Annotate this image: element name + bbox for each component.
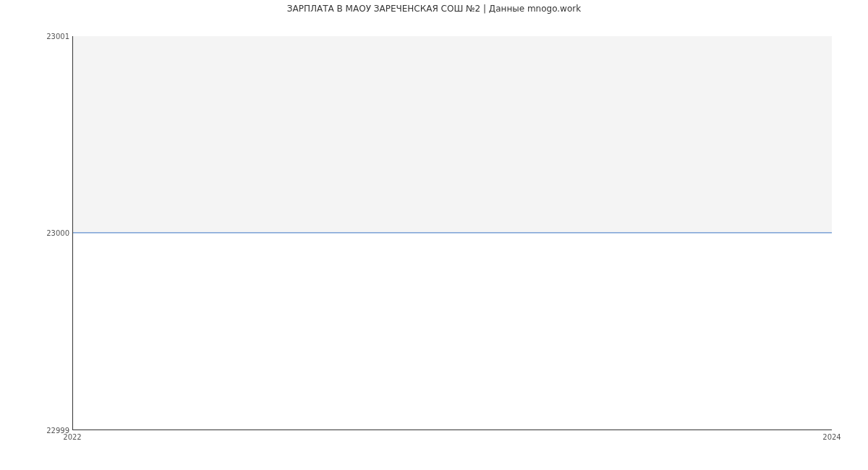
plot-lower-half [73, 233, 832, 430]
plot-area [72, 36, 832, 430]
data-line [73, 232, 832, 233]
y-tick-23000: 23000 [46, 229, 69, 237]
chart-title: ЗАРПЛАТА В МАОУ ЗАРЕЧЕНСКАЯ СОШ №2 | Дан… [0, 4, 868, 14]
x-tick-2022: 2022 [63, 433, 81, 441]
x-tick-2024: 2024 [822, 433, 841, 441]
y-tick-23001: 23001 [46, 33, 69, 40]
